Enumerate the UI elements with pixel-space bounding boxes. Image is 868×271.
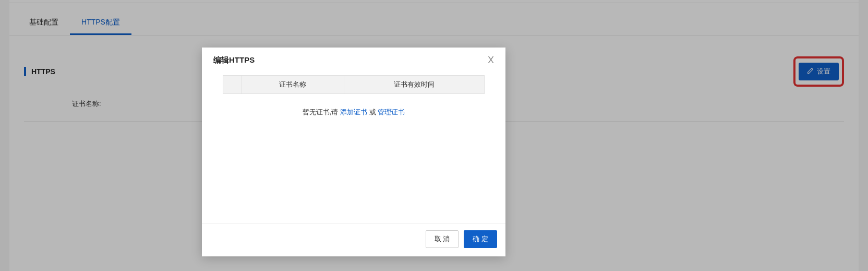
- cert-table-select-col: [223, 76, 242, 94]
- cert-table-name-col: 证书名称: [242, 76, 344, 94]
- empty-cert-message: 暂无证书,请 添加证书 或 管理证书: [223, 94, 485, 131]
- cancel-button[interactable]: 取 消: [426, 230, 459, 248]
- modal-body: 证书名称 证书有效时间 暂无证书,请 添加证书 或 管理证书: [202, 75, 505, 223]
- modal-footer: 取 消 确 定: [202, 223, 505, 256]
- cert-table: 证书名称 证书有效时间: [223, 75, 485, 94]
- edit-https-modal: 编辑HTTPS X 证书名称 证书有效时间 暂无证书,请 添加证书 或 管理证书…: [202, 48, 505, 256]
- modal-close-button[interactable]: X: [488, 55, 494, 66]
- empty-text-prefix: 暂无证书,请: [303, 108, 340, 116]
- manage-cert-link[interactable]: 管理证书: [378, 108, 405, 116]
- modal-title: 编辑HTTPS: [213, 55, 255, 65]
- empty-text-mid: 或: [367, 108, 378, 116]
- modal-header: 编辑HTTPS X: [202, 48, 505, 75]
- cert-table-valid-col: 证书有效时间: [344, 76, 484, 94]
- cert-table-header-row: 证书名称 证书有效时间: [223, 76, 485, 94]
- close-icon: X: [488, 55, 494, 65]
- cancel-button-label: 取 消: [435, 235, 450, 243]
- add-cert-link[interactable]: 添加证书: [340, 108, 367, 116]
- ok-button[interactable]: 确 定: [464, 230, 497, 248]
- ok-button-label: 确 定: [473, 235, 488, 243]
